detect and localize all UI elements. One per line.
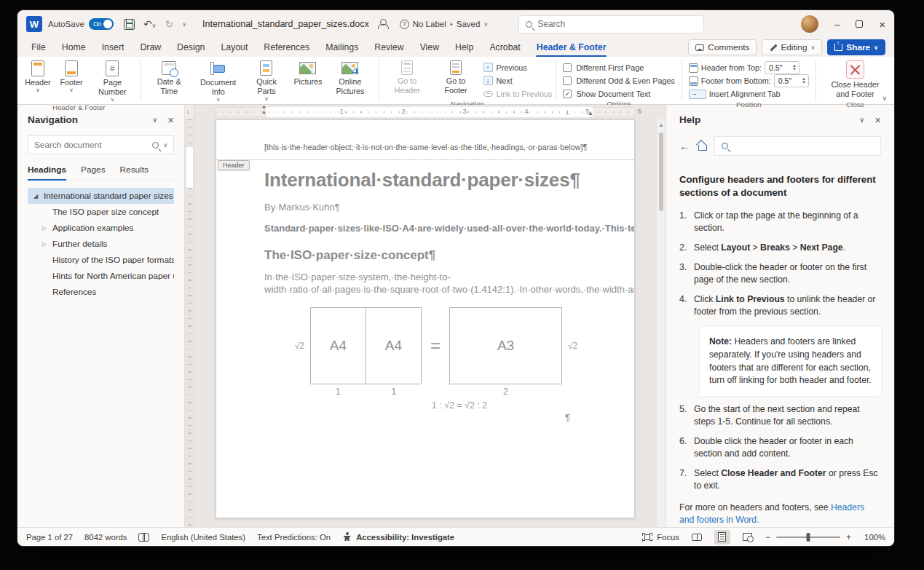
checkbox-icon[interactable] <box>563 76 572 85</box>
author-icon[interactable] <box>378 19 388 29</box>
heading-item[interactable]: The ISO paper size concept <box>28 204 174 220</box>
scrollbar-thumb[interactable] <box>659 132 663 211</box>
help-search-box[interactable] <box>714 136 881 156</box>
pane-close-icon[interactable]: × <box>874 114 881 126</box>
document-heading-1[interactable]: International·standard·paper·sizes¶ <box>264 169 608 191</box>
tab-acrobat[interactable]: Acrobat <box>481 39 528 55</box>
search-box[interactable] <box>518 15 704 33</box>
comments-button[interactable]: Comments <box>688 39 757 55</box>
date-time-button[interactable]: Date & Time <box>145 59 194 97</box>
heading-item[interactable]: Application examples <box>28 220 174 236</box>
tab-header-footer[interactable]: Header & Footer <box>529 39 615 55</box>
document-intro-paragraph[interactable]: Standard·paper·sizes·like·ISO·A4·are·wid… <box>264 223 608 235</box>
online-pictures-button[interactable]: Online Pictures <box>325 59 374 97</box>
word-logo-icon[interactable]: W <box>26 16 42 32</box>
document-heading-2[interactable]: The·ISO·paper·size·concept¶ <box>264 248 608 263</box>
previous-button[interactable]: ↑Previous <box>483 62 553 73</box>
share-button[interactable]: Share∨ <box>827 39 885 55</box>
horizontal-ruler[interactable]: 1 2 3 4 5 6 ▼▲ ⊥ ▲ <box>194 105 657 119</box>
redo-button[interactable]: ↻ <box>165 18 173 30</box>
footer-button[interactable]: Footer∨ <box>55 59 88 93</box>
read-mode-button[interactable] <box>689 530 705 545</box>
tab-selector-icon[interactable]: ∟ <box>185 105 194 119</box>
help-search-input[interactable] <box>733 141 874 151</box>
tab-draw[interactable]: Draw <box>132 39 169 55</box>
heading-item[interactable]: Further details <box>28 236 174 252</box>
vertical-ruler[interactable] <box>185 119 194 527</box>
sensitivity-status[interactable]: No Label • Saved ∨ <box>400 20 489 29</box>
pane-close-icon[interactable]: × <box>167 114 174 126</box>
editing-mode-button[interactable]: Editing∨ <box>762 39 822 55</box>
back-icon[interactable]: ← <box>679 140 690 152</box>
proofing-icon[interactable] <box>138 533 149 542</box>
word-count[interactable]: 8042 words <box>84 533 127 542</box>
collapse-arrow-icon[interactable] <box>33 193 44 199</box>
expand-arrow-icon[interactable] <box>42 241 52 248</box>
tab-stop-icon[interactable]: ⊥ <box>565 109 570 116</box>
avatar[interactable] <box>801 15 818 33</box>
heading-item[interactable]: International standard paper sizes <box>28 188 174 204</box>
heading-item[interactable]: Hints for North American paper users <box>28 268 174 284</box>
search-options-chevron-icon[interactable]: ∨ <box>163 142 167 149</box>
zoom-control[interactable]: − + <box>765 532 851 542</box>
tab-results[interactable]: Results <box>120 165 149 180</box>
document-info-button[interactable]: Document Info∨ <box>194 59 242 103</box>
expand-arrow-icon[interactable] <box>42 225 52 231</box>
spinner-arrows-icon[interactable]: ▲▼ <box>802 77 806 84</box>
indent-marker-icon[interactable]: ▼▲ <box>261 106 266 114</box>
tab-layout[interactable]: Layout <box>213 39 256 55</box>
text-predictions[interactable]: Text Predictions: On <box>257 533 331 542</box>
tab-review[interactable]: Review <box>366 39 411 55</box>
pictures-button[interactable]: Pictures <box>291 59 326 87</box>
collapse-ribbon-icon[interactable]: ∨ <box>882 95 887 102</box>
undo-button[interactable]: ↶∨ <box>143 18 157 30</box>
right-indent-marker-icon[interactable]: ▲ <box>588 110 593 116</box>
accessibility-status[interactable]: Accessibility: Investigate <box>342 532 454 542</box>
tab-file[interactable]: File <box>23 39 54 55</box>
language-indicator[interactable]: English (United States) <box>161 533 245 542</box>
tab-home[interactable]: Home <box>54 39 94 55</box>
tab-mailings[interactable]: Mailings <box>317 39 366 55</box>
pane-chevron-icon[interactable]: ∨ <box>152 116 157 124</box>
tab-design[interactable]: Design <box>169 39 213 55</box>
checkbox-icon[interactable] <box>563 63 572 72</box>
search-input[interactable] <box>537 19 697 29</box>
checkbox-different-odd-even[interactable]: Different Odd & Even Pages <box>563 76 674 86</box>
zoom-in-icon[interactable]: + <box>846 532 851 542</box>
heading-item[interactable]: History of the ISO paper formats <box>28 252 174 268</box>
tab-pages[interactable]: Pages <box>81 165 105 180</box>
close-button[interactable]: × <box>879 18 885 31</box>
zoom-percentage[interactable]: 100% <box>861 533 885 542</box>
document-canvas[interactable]: ∟ 1 2 3 4 5 6 ▼▲ ⊥ ▲ ▲ [this·is·the·head… <box>185 105 666 527</box>
insert-alignment-tab-button[interactable]: Insert Alignment Tab <box>689 88 809 100</box>
document-search-box[interactable]: ∨ <box>28 135 174 154</box>
maximize-button[interactable] <box>856 20 863 28</box>
checkbox-show-document-text[interactable]: Show Document Text <box>563 89 674 99</box>
header-from-top-input[interactable]: 0.5"▲▼ <box>765 61 799 74</box>
spinner-arrows-icon[interactable]: ▲▼ <box>792 64 797 71</box>
pane-chevron-icon[interactable]: ∨ <box>859 116 864 124</box>
zoom-slider[interactable] <box>776 537 840 538</box>
print-layout-button[interactable] <box>714 530 730 545</box>
go-to-footer-button[interactable]: Go to Footer <box>432 59 481 96</box>
page-header-text[interactable]: [this·is·the·header·object;·it·is·not·on… <box>216 120 634 152</box>
home-icon[interactable] <box>698 142 707 151</box>
autosave-control[interactable]: AutoSave On <box>48 18 114 30</box>
document-scrollbar[interactable]: ▲ <box>657 119 666 527</box>
page-indicator[interactable]: Page 1 of 27 <box>26 533 73 542</box>
tab-view[interactable]: View <box>412 39 447 55</box>
autosave-toggle[interactable]: On <box>89 18 114 30</box>
close-header-footer-button[interactable]: Close Header and Footer <box>820 59 891 100</box>
heading-item[interactable]: References <box>28 284 174 300</box>
minimize-button[interactable]: – <box>834 19 840 30</box>
checkbox-checked-icon[interactable] <box>563 90 572 98</box>
document-page[interactable]: [this·is·the·header·object;·it·is·not·on… <box>216 119 635 518</box>
document-paragraph[interactable]: In·the·ISO·paper·size·system,·the·height… <box>264 272 608 296</box>
quick-parts-button[interactable]: Quick Parts∨ <box>242 59 290 102</box>
page-number-button[interactable]: Page Number∨ <box>88 59 137 103</box>
checkbox-different-first-page[interactable]: Different First Page <box>563 63 674 73</box>
tab-help[interactable]: Help <box>447 39 481 55</box>
focus-button[interactable]: Focus <box>642 533 679 542</box>
tab-references[interactable]: References <box>256 39 317 55</box>
web-layout-button[interactable] <box>740 530 756 545</box>
